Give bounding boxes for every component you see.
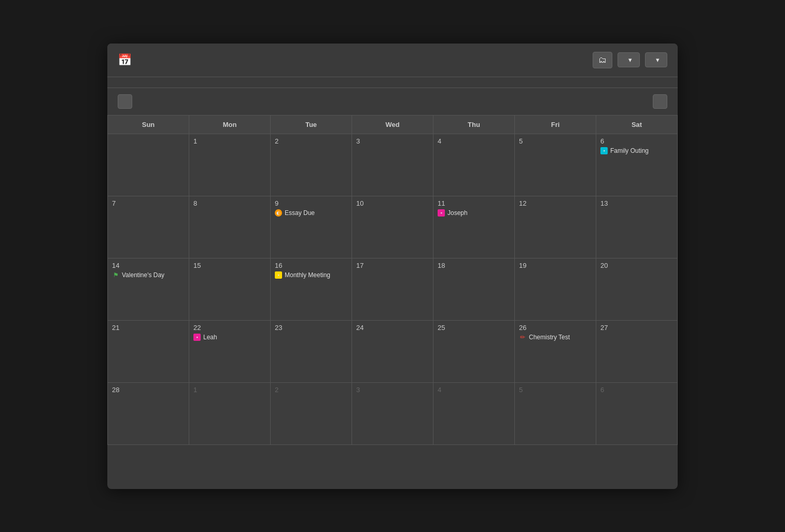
event-label: Family Outing: [610, 147, 649, 154]
event-label: Leah: [203, 334, 217, 341]
red-pencil-icon: ✏: [519, 334, 526, 341]
calendar-event[interactable]: ▪Family Outing: [600, 147, 673, 154]
header-right: 🗂 ▾ ▾: [593, 52, 667, 68]
day-cell[interactable]: 13: [596, 196, 678, 258]
week-row-3: 2122▪Leah23242526✏Chemistry Test27: [108, 320, 678, 382]
day-cell[interactable]: 5: [515, 134, 596, 196]
event-label: Monthly Meeting: [285, 271, 330, 279]
day-cell[interactable]: [108, 134, 189, 196]
attrs-bar: [107, 77, 678, 88]
day-cell[interactable]: 15: [189, 258, 271, 320]
event-label: Essay Due: [285, 209, 315, 217]
chevron-down-icon-actions: ▾: [656, 56, 660, 64]
calendar-event[interactable]: ▪Monthly Meeting: [275, 271, 347, 279]
day-cell[interactable]: 16▪Monthly Meeting: [271, 258, 352, 320]
orange-circle-icon: ◐: [275, 209, 282, 217]
day-cell[interactable]: 18: [433, 258, 515, 320]
calendar-event[interactable]: ▪Joseph: [438, 209, 510, 217]
type-button[interactable]: ▾: [618, 52, 640, 67]
event-label: Chemistry Test: [529, 334, 570, 341]
header-left: 📅: [118, 53, 137, 67]
archive-button[interactable]: 🗂: [593, 52, 612, 68]
chevron-down-icon: ▾: [628, 56, 632, 64]
day-number: 7: [112, 199, 185, 207]
week-row-0: 123456▪Family Outing: [108, 134, 678, 196]
day-cell[interactable]: 26✏Chemistry Test: [515, 320, 596, 382]
week-row-2: 14⚑Valentine's Day1516▪Monthly Meeting17…: [108, 258, 678, 320]
day-number: 27: [600, 324, 673, 332]
next-month-button[interactable]: [653, 94, 667, 109]
day-cell[interactable]: 3: [352, 134, 433, 196]
inherited-attrs-tab[interactable]: [147, 80, 155, 84]
day-number: 1: [193, 386, 266, 394]
calendar-table: SunMonTueWedThuFriSat 123456▪Family Outi…: [107, 115, 678, 445]
day-cell[interactable]: 2: [271, 134, 352, 196]
day-cell[interactable]: 19: [515, 258, 596, 320]
day-cell[interactable]: 27: [596, 320, 678, 382]
day-number: 2: [275, 386, 347, 394]
day-cell[interactable]: 23: [271, 320, 352, 382]
day-cell[interactable]: 9◐Essay Due: [271, 196, 352, 258]
day-number: 21: [112, 324, 185, 332]
day-number: 17: [356, 262, 429, 269]
weekday-sun: Sun: [108, 115, 189, 134]
app-window: 📅 🗂 ▾ ▾: [107, 44, 678, 489]
day-cell[interactable]: 21: [108, 320, 189, 382]
day-number: 22: [193, 324, 266, 332]
calendar-event[interactable]: ✏Chemistry Test: [519, 334, 592, 341]
yellow-box-icon: ▪: [275, 271, 282, 279]
pink-box-icon: ▪: [438, 209, 445, 217]
day-number: 9: [275, 199, 347, 207]
day-cell[interactable]: 24: [352, 320, 433, 382]
actions-button[interactable]: ▾: [645, 52, 667, 67]
day-cell[interactable]: 7: [108, 196, 189, 258]
event-label: Valentine's Day: [122, 271, 164, 279]
day-number: 5: [519, 137, 592, 145]
day-cell[interactable]: 6▪Family Outing: [596, 134, 678, 196]
day-cell[interactable]: 4: [433, 382, 515, 444]
day-cell[interactable]: 8: [189, 196, 271, 258]
day-number: 11: [438, 199, 510, 207]
day-cell[interactable]: 1: [189, 382, 271, 444]
prev-month-button[interactable]: [118, 94, 132, 109]
day-number: 3: [356, 386, 429, 394]
day-cell[interactable]: 4: [433, 134, 515, 196]
day-cell[interactable]: 28: [108, 382, 189, 444]
owned-attrs-tab[interactable]: [118, 80, 126, 84]
day-number: 6: [600, 386, 673, 394]
weekday-tue: Tue: [271, 115, 352, 134]
weekday-wed: Wed: [352, 115, 433, 134]
day-cell[interactable]: 3: [352, 382, 433, 444]
day-number: 3: [356, 137, 429, 145]
calendar-event[interactable]: ⚑Valentine's Day: [112, 271, 185, 279]
event-label: Joseph: [447, 209, 468, 217]
week-row-1: 789◐Essay Due1011▪Joseph1213: [108, 196, 678, 258]
day-cell[interactable]: 11▪Joseph: [433, 196, 515, 258]
day-number: 28: [112, 386, 185, 394]
day-number: 12: [519, 199, 592, 207]
day-cell[interactable]: 14⚑Valentine's Day: [108, 258, 189, 320]
day-cell[interactable]: 12: [515, 196, 596, 258]
day-number: 8: [193, 199, 266, 207]
calendar-icon: 📅: [118, 53, 132, 67]
day-cell[interactable]: 1: [189, 134, 271, 196]
cyan-box-icon: ▪: [600, 147, 608, 154]
calendar-event[interactable]: ◐Essay Due: [275, 209, 347, 217]
day-cell[interactable]: 10: [352, 196, 433, 258]
day-number: 23: [275, 324, 347, 332]
day-number: 5: [519, 386, 592, 394]
day-cell[interactable]: 20: [596, 258, 678, 320]
day-number: 2: [275, 137, 347, 145]
day-cell[interactable]: 2: [271, 382, 352, 444]
day-number: 1: [193, 137, 266, 145]
day-cell[interactable]: 5: [515, 382, 596, 444]
day-number: 4: [438, 386, 510, 394]
day-cell[interactable]: 22▪Leah: [189, 320, 271, 382]
weekday-sat: Sat: [596, 115, 678, 134]
day-cell[interactable]: 25: [433, 320, 515, 382]
calendar-event[interactable]: ▪Leah: [193, 334, 266, 341]
weekday-fri: Fri: [515, 115, 596, 134]
day-cell[interactable]: 6: [596, 382, 678, 444]
day-cell[interactable]: 17: [352, 258, 433, 320]
day-number: 20: [600, 262, 673, 269]
